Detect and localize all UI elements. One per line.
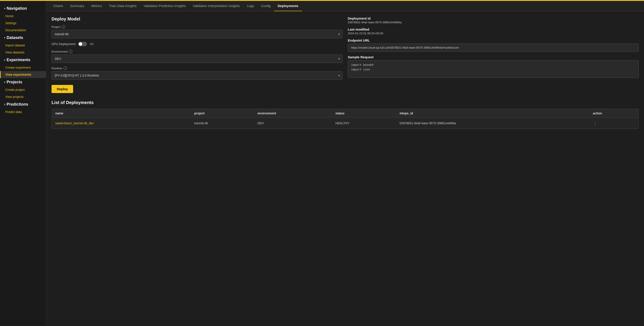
table-row: sweet-bison_tutorial-4b_dev tutorial-4b … — [52, 118, 638, 129]
content-area: Deploy Model Project i tutorial-4b — [46, 11, 644, 326]
runtime-select[interactable]: [PY-3.8][CPU] HT 1.3.0 Runtime — [52, 71, 342, 80]
deploy-model-title: Deploy Model — [52, 16, 342, 21]
gpu-deployment-row: GPU Deployment Off — [52, 42, 342, 46]
col-status: status — [332, 109, 396, 118]
project-label: Project i — [52, 25, 342, 29]
col-mlops-id: mlops_id — [396, 109, 590, 118]
deployments-table: name project environment status mlops_id… — [52, 109, 638, 129]
deployment-id-label: Deployment id — [348, 16, 639, 20]
gpu-toggle[interactable] — [78, 42, 87, 46]
action-menu-icon[interactable]: ⋮ — [593, 121, 598, 126]
last-modified-label: Last modified — [348, 27, 639, 31]
sidebar-item-import-dataset[interactable]: Import dataset — [0, 42, 46, 49]
tab-summary[interactable]: Summary — [66, 1, 88, 11]
deployment-info-panel: Deployment id 03978631-94af-4aee-9575-39… — [348, 16, 639, 93]
col-environment: environment — [254, 109, 332, 118]
deployments-table-body: sweet-bison_tutorial-4b_dev tutorial-4b … — [52, 118, 638, 129]
sidebar-item-view-experiments[interactable]: View experiments — [0, 71, 46, 78]
deployment-project-cell: tutorial-4b — [191, 118, 254, 129]
sidebar-item-view-datasets[interactable]: View datasets — [0, 49, 46, 56]
gpu-label: GPU Deployment — [52, 42, 76, 46]
tab-config[interactable]: Config — [258, 1, 274, 11]
runtime-label: Runtime i — [52, 66, 342, 70]
sidebar-item-settings[interactable]: Settings — [0, 19, 46, 27]
chevron-icon-predictions: ▾ — [4, 103, 5, 106]
chevron-icon-navigation: ▾ — [4, 7, 5, 10]
sidebar-section-label-datasets: Datasets — [6, 35, 23, 40]
runtime-form-group: Runtime i [PY-3.8][CPU] HT 1.3.0 Runtime — [52, 66, 342, 80]
environment-label: Environment i — [52, 50, 342, 53]
tab-validation-interpretation-insights[interactable]: Validation Interpretation Insights — [190, 1, 243, 11]
deployments-list-title: List of Deployments — [52, 100, 639, 105]
last-modified-value: 2024-01-23 01:38:33+00:00 — [348, 32, 639, 35]
runtime-info-icon[interactable]: i — [64, 66, 67, 70]
chevron-icon-experiments: ▾ — [4, 58, 5, 62]
col-name: name — [52, 109, 191, 118]
col-action: action — [590, 109, 638, 118]
deployment-id-value: 03978631-94af-4aee-9575-39861444664a — [348, 21, 639, 24]
sidebar-section-experiments[interactable]: ▾ Experiments — [0, 56, 46, 64]
sidebar-item-documentation[interactable]: Documentation — [0, 27, 46, 34]
deployment-status-cell: HEALTHY — [332, 118, 396, 129]
runtime-select-wrapper: [PY-3.8][CPU] HT 1.3.0 Runtime — [52, 71, 342, 80]
tab-train-data-insights[interactable]: Train Data Insights — [106, 1, 140, 11]
environment-form-group: Environment i DEV — [52, 50, 342, 63]
deploy-button[interactable]: Deploy — [52, 85, 73, 93]
deployments-table-header: name project environment status mlops_id… — [52, 109, 638, 118]
sidebar-item-home[interactable]: Home — [0, 12, 46, 19]
endpoint-url-value[interactable]: https://model.cloud-qa.h2o.ai/03978631-9… — [348, 43, 639, 52]
sidebar-item-create-project[interactable]: Create project — [0, 86, 46, 93]
sidebar-section-label-projects: Projects — [6, 80, 22, 84]
tab-deployments[interactable]: Deployments — [274, 1, 302, 11]
chevron-icon-projects: ▾ — [4, 81, 5, 84]
main-area: Charts Summary Metrics Train Data Insigh… — [46, 1, 644, 326]
deployment-name-cell[interactable]: sweet-bison_tutorial-4b_dev — [52, 118, 191, 129]
sidebar-section-label-predictions: Predictions — [6, 102, 28, 107]
sidebar-section-navigation[interactable]: ▾ Navigation — [0, 4, 46, 12]
deploy-model-section: Deploy Model Project i tutorial-4b — [52, 16, 342, 93]
gpu-off-label: Off — [90, 42, 94, 46]
sidebar-section-projects[interactable]: ▾ Projects — [0, 78, 46, 86]
chevron-icon-datasets: ▾ — [4, 36, 5, 39]
sidebar-section-label-experiments: Experiments — [6, 58, 30, 62]
project-form-group: Project i tutorial-4b — [52, 25, 342, 38]
deployment-action-cell[interactable]: ⋮ — [590, 118, 638, 129]
sidebar-section-datasets[interactable]: ▾ Datasets — [0, 34, 46, 42]
environment-select[interactable]: DEV — [52, 55, 342, 63]
tab-validation-prediction-insights[interactable]: Validation Prediction Insights — [140, 1, 190, 11]
deployments-table-header-row: name project environment status mlops_id… — [52, 109, 638, 118]
deployment-environment-cell: DEV — [254, 118, 332, 129]
project-select-wrapper: tutorial-4b — [52, 30, 342, 38]
deployments-list-section: List of Deployments name project environ… — [52, 100, 639, 129]
deployments-table-wrapper: name project environment status mlops_id… — [52, 109, 639, 129]
nav-tabs: Charts Summary Metrics Train Data Insigh… — [46, 1, 644, 11]
sidebar: ▾ Navigation Home Settings Documentation… — [0, 1, 46, 326]
project-info-icon[interactable]: i — [62, 25, 65, 29]
col-project: project — [191, 109, 254, 118]
tab-metrics[interactable]: Metrics — [88, 1, 105, 11]
sidebar-item-view-projects[interactable]: View projects — [0, 93, 46, 100]
sidebar-item-predict-data[interactable]: Predict data — [0, 108, 46, 116]
sample-request-box[interactable]: import base64 import json — [348, 60, 639, 78]
tab-charts[interactable]: Charts — [50, 1, 66, 11]
sidebar-section-predictions[interactable]: ▾ Predictions — [0, 100, 46, 108]
environment-select-wrapper: DEV — [52, 55, 342, 63]
endpoint-url-label: Endpoint URL — [348, 38, 639, 42]
tab-logs[interactable]: Logs — [243, 1, 258, 11]
project-select[interactable]: tutorial-4b — [52, 30, 342, 38]
environment-info-icon[interactable]: i — [69, 50, 72, 53]
sample-request-value: import base64 import json — [351, 63, 636, 72]
sidebar-section-label-navigation: Navigation — [6, 6, 27, 11]
sample-request-label: Sample Request — [348, 55, 639, 59]
deployment-mlops-id-cell: 03978631-94af-4aee-9575-3986144466a — [396, 118, 590, 129]
sidebar-item-create-experiment[interactable]: Create experiment — [0, 64, 46, 71]
